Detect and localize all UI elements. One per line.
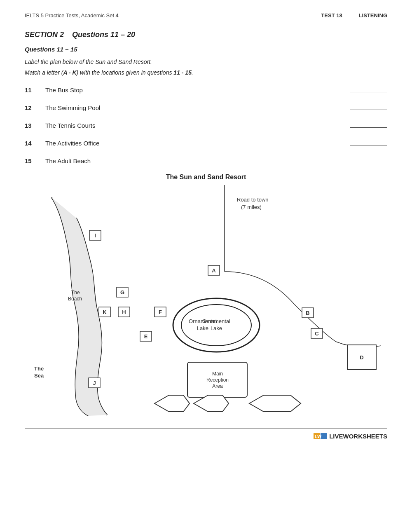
svg-text:K: K	[103, 309, 107, 315]
q-text-14: The Activities Office	[45, 140, 342, 147]
footer: LW LIVEWORKSHEETS	[25, 428, 387, 440]
map-container: Road to town (7 miles) The Sea The Beach…	[27, 185, 385, 416]
svg-text:E: E	[144, 333, 148, 340]
svg-text:A: A	[212, 267, 216, 274]
q-number-15: 15	[25, 157, 45, 164]
q-answer-11[interactable]	[350, 85, 387, 92]
map-title: The Sun and Sand Resort	[25, 173, 387, 181]
q-number-13: 13	[25, 122, 45, 129]
q-text-12: The Swimming Pool	[45, 104, 342, 111]
q-answer-14[interactable]	[350, 138, 387, 145]
svg-text:Ornamental: Ornamental	[202, 318, 230, 324]
q-number-14: 14	[25, 140, 45, 147]
liveworksheets-brand: LW LIVEWORKSHEETS	[314, 433, 387, 440]
header-left: IELTS 5 Practice Tests, Academic Set 4	[25, 12, 119, 19]
svg-text:J: J	[93, 380, 96, 386]
question-list: 11 The Bus Stop 12 The Swimming Pool 13 …	[25, 85, 387, 164]
section-label: LISTENING	[359, 12, 387, 19]
instruction2: Match a letter (A - K) with the location…	[25, 69, 387, 76]
svg-text:Main: Main	[212, 371, 223, 377]
instruction1: Label the plan below of the Sun and Sand…	[25, 59, 387, 65]
test-label: TEST 18	[321, 12, 342, 19]
q-answer-12[interactable]	[350, 103, 387, 110]
question-item-11: 11 The Bus Stop	[25, 85, 387, 94]
q-number-12: 12	[25, 104, 45, 111]
svg-text:Area: Area	[212, 383, 223, 389]
brand-text: LIVEWORKSHEETS	[329, 433, 387, 440]
svg-text:H: H	[122, 309, 126, 315]
svg-text:F: F	[159, 309, 162, 315]
q-text-13: The Tennis Courts	[45, 122, 342, 129]
question-item-12: 12 The Swimming Pool	[25, 103, 387, 111]
svg-text:LW: LW	[315, 434, 322, 439]
svg-text:I: I	[94, 232, 96, 239]
svg-text:Lake: Lake	[197, 325, 208, 331]
sub-title: Questions 11 – 15	[25, 46, 387, 53]
svg-text:Reception: Reception	[206, 377, 229, 383]
svg-marker-17	[154, 395, 190, 412]
question-item-14: 14 The Activities Office	[25, 138, 387, 147]
q-number-11: 11	[25, 87, 45, 94]
svg-text:Road to town: Road to town	[237, 197, 269, 203]
svg-marker-19	[249, 395, 301, 412]
q-answer-15[interactable]	[350, 156, 387, 163]
page: IELTS 5 Practice Tests, Academic Set 4 T…	[0, 0, 412, 532]
header-right: TEST 18 LISTENING	[321, 12, 387, 19]
svg-text:G: G	[120, 289, 124, 295]
svg-text:(7 miles): (7 miles)	[241, 204, 262, 210]
question-item-15: 15 The Adult Beach	[25, 156, 387, 164]
section-title: SECTION 2 Questions 11 – 20	[25, 30, 387, 39]
q-text-15: The Adult Beach	[45, 157, 342, 164]
map-svg: Road to town (7 miles) The Sea The Beach…	[27, 185, 385, 416]
svg-text:The: The	[71, 290, 80, 295]
question-item-13: 13 The Tennis Courts	[25, 120, 387, 129]
header: IELTS 5 Practice Tests, Academic Set 4 T…	[25, 12, 387, 22]
svg-text:D: D	[360, 354, 363, 361]
q-answer-13[interactable]	[350, 120, 387, 128]
lw-logo: LW	[314, 433, 327, 440]
svg-text:Lake: Lake	[211, 325, 222, 331]
svg-text:B: B	[306, 310, 309, 316]
svg-text:Sea: Sea	[34, 373, 44, 379]
svg-text:C: C	[315, 330, 319, 337]
svg-text:Beach: Beach	[68, 296, 82, 302]
q-text-11: The Bus Stop	[45, 87, 342, 94]
svg-text:The: The	[34, 366, 44, 372]
